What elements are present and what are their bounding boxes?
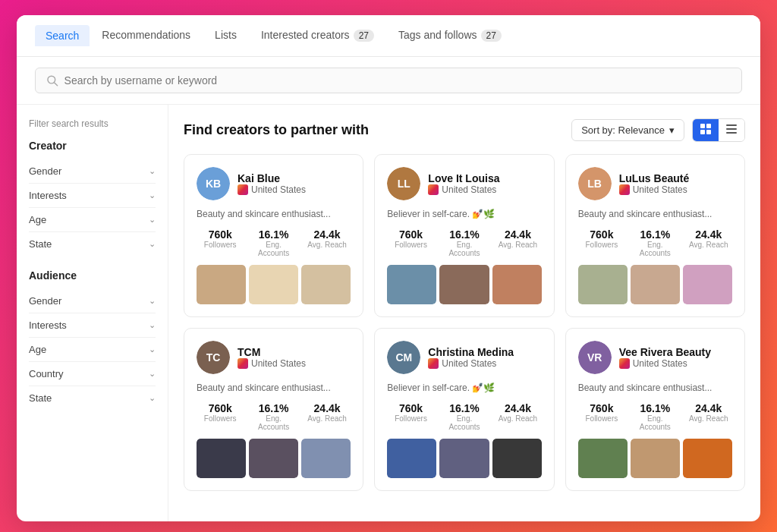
creator-bio: Beauty and skincare enthusiast...: [197, 208, 351, 221]
stat-avg-reach: 24.4k Avg. Reach: [304, 402, 351, 431]
creator-card[interactable]: CM Christina Medina United States Believ…: [374, 328, 554, 491]
creator-thumbnail: [197, 439, 246, 478]
list-view-button[interactable]: [719, 119, 744, 141]
creator-info: Vee Rivera Beauty United States: [619, 346, 711, 369]
svg-rect-2: [700, 124, 705, 128]
instagram-icon: [619, 358, 630, 369]
audience-filter-country[interactable]: Country⌄: [29, 362, 156, 386]
audience-filter-group: Audience Gender⌄Interests⌄Age⌄Country⌄St…: [29, 269, 156, 410]
creator-filter-gender[interactable]: Gender⌄: [29, 159, 156, 184]
creator-header: TC TCM United States: [197, 341, 351, 374]
creator-filter-state[interactable]: State⌄: [29, 232, 156, 256]
stat-eng-accounts: 16.1% Eng. Accounts: [250, 402, 297, 431]
search-bar-area: [17, 57, 760, 105]
grid-view-button[interactable]: [693, 119, 719, 141]
creator-info: LuLus Beauté United States: [619, 172, 690, 195]
creator-stats: 760k Followers 16.1% Eng. Accounts 24.4k…: [578, 228, 732, 257]
avatar: LB: [578, 167, 612, 200]
creator-filter-label: State: [29, 238, 52, 250]
creator-thumbnail: [578, 439, 628, 478]
avg-reach-label: Avg. Reach: [304, 414, 351, 423]
audience-filter-label: Interests: [29, 320, 67, 331]
tab-recommendations[interactable]: Recommendations: [90, 15, 203, 56]
eng-accounts-value: 16.1%: [250, 402, 297, 414]
creator-info: Kai Blue United States: [238, 172, 306, 195]
avg-reach-value: 24.4k: [685, 228, 732, 241]
instagram-icon: [619, 184, 630, 195]
creator-header: KB Kai Blue United States: [197, 167, 351, 200]
chevron-down-icon: ⌄: [149, 296, 156, 306]
svg-rect-7: [726, 128, 737, 130]
eng-accounts-label: Eng. Accounts: [631, 414, 678, 431]
chevron-down-icon: ⌄: [149, 345, 156, 354]
tab-lists[interactable]: Lists: [203, 15, 249, 56]
audience-filter-label: Age: [29, 344, 46, 355]
stat-eng-accounts: 16.1% Eng. Accounts: [631, 228, 678, 257]
followers-label: Followers: [578, 241, 625, 249]
creator-images: [197, 265, 351, 304]
chevron-down-icon: ⌄: [149, 166, 156, 176]
avg-reach-label: Avg. Reach: [304, 241, 351, 249]
main-content: Filter search results Creator Gender⌄Int…: [17, 105, 760, 521]
avg-reach-value: 24.4k: [304, 228, 351, 241]
creators-grid: KB Kai Blue United States Beauty and ski…: [184, 154, 745, 491]
eng-accounts-value: 16.1%: [250, 228, 297, 241]
page-title: Find creators to partner with: [184, 122, 369, 138]
eng-accounts-label: Eng. Accounts: [631, 241, 678, 257]
creator-info: TCM United States: [238, 346, 306, 369]
chevron-down-icon: ⌄: [149, 190, 156, 200]
chevron-down-icon: ⌄: [149, 239, 156, 249]
tab-interested-badge: 27: [354, 30, 374, 42]
content-header: Find creators to partner with Sort by: R…: [184, 118, 745, 142]
audience-filter-state[interactable]: State⌄: [29, 386, 156, 410]
creator-stats: 760k Followers 16.1% Eng. Accounts 24.4k…: [387, 402, 541, 431]
eng-accounts-label: Eng. Accounts: [441, 414, 488, 431]
creator-thumbnail: [301, 265, 351, 304]
creator-thumbnail: [249, 265, 298, 304]
avatar: VR: [578, 341, 612, 374]
followers-value: 760k: [387, 228, 434, 241]
tab-tags[interactable]: Tags and follows27: [386, 15, 514, 56]
creator-header: CM Christina Medina United States: [387, 341, 541, 374]
stat-followers: 760k Followers: [387, 402, 434, 431]
followers-label: Followers: [578, 414, 625, 423]
creator-thumbnail: [683, 265, 732, 304]
stat-avg-reach: 24.4k Avg. Reach: [494, 402, 541, 431]
sort-dropdown[interactable]: Sort by: Relevance ▾: [571, 119, 684, 141]
stat-avg-reach: 24.4k Avg. Reach: [494, 228, 541, 257]
creator-filter-label: Age: [29, 214, 46, 225]
audience-filter-age[interactable]: Age⌄: [29, 338, 156, 362]
avg-reach-value: 24.4k: [494, 228, 541, 241]
stat-eng-accounts: 16.1% Eng. Accounts: [250, 228, 297, 257]
creator-bio: Beauty and skincare enthusiast...: [578, 208, 732, 221]
search-input[interactable]: [64, 74, 731, 87]
creator-location: United States: [619, 184, 690, 195]
creator-card[interactable]: KB Kai Blue United States Beauty and ski…: [184, 154, 363, 317]
audience-filter-interests[interactable]: Interests⌄: [29, 313, 156, 338]
top-navigation: SearchRecommendationsListsInterested cre…: [17, 15, 760, 57]
view-toggle: [692, 118, 745, 142]
creator-card[interactable]: LB LuLus Beauté United States Beauty and…: [565, 154, 745, 317]
search-icon: [46, 74, 58, 87]
creator-thumbnail: [631, 439, 680, 478]
creator-header: VR Vee Rivera Beauty United States: [578, 341, 732, 374]
creator-filter-age[interactable]: Age⌄: [29, 208, 156, 232]
creator-card[interactable]: TC TCM United States Beauty and skincare…: [184, 328, 363, 491]
app-container: SearchRecommendationsListsInterested cre…: [17, 15, 760, 521]
creator-card[interactable]: LL Love It Louisa United States Believer…: [374, 154, 554, 317]
followers-value: 760k: [197, 228, 244, 241]
svg-rect-6: [726, 124, 737, 126]
tab-search[interactable]: Search: [35, 25, 90, 46]
creator-filter-interests[interactable]: Interests⌄: [29, 184, 156, 208]
creator-name: Love It Louisa: [428, 172, 499, 184]
tab-interested[interactable]: Interested creators27: [249, 15, 386, 56]
eng-accounts-label: Eng. Accounts: [250, 414, 297, 431]
avg-reach-label: Avg. Reach: [685, 241, 732, 249]
audience-group-title: Audience: [29, 269, 156, 282]
search-input-wrap[interactable]: [35, 68, 742, 93]
eng-accounts-value: 16.1%: [441, 228, 488, 241]
creator-card[interactable]: VR Vee Rivera Beauty United States Beaut…: [565, 328, 745, 491]
stat-followers: 760k Followers: [197, 402, 244, 431]
avg-reach-label: Avg. Reach: [494, 414, 541, 423]
audience-filter-gender[interactable]: Gender⌄: [29, 289, 156, 313]
